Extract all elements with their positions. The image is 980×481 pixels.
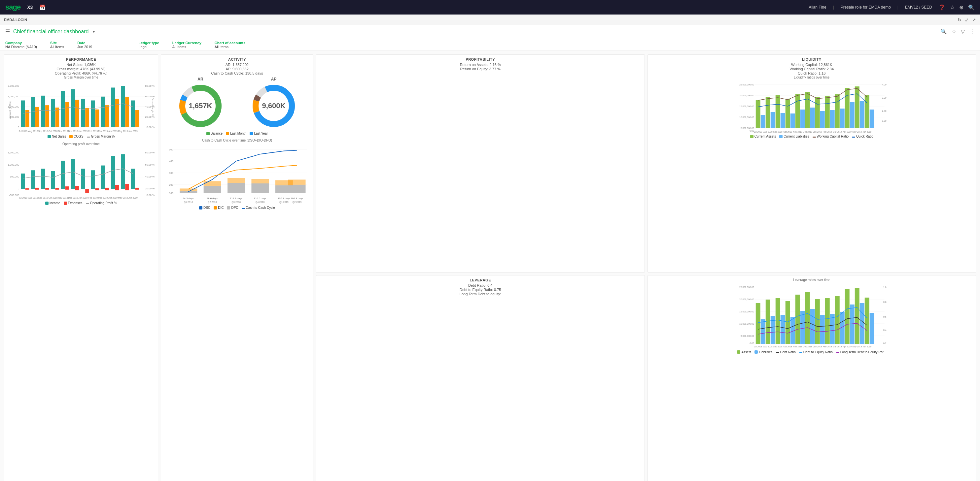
dash-more-icon[interactable]: ⋮ (969, 29, 975, 35)
filter-date[interactable]: Date Jun 2019 (77, 41, 92, 49)
gross-margin-chart: 2,000,000 1,500,000 1,000,000 500,000 0 … (7, 81, 155, 133)
sage-logo[interactable]: sage (5, 3, 21, 11)
svg-text:20,000,000.00: 20,000,000.00 (739, 298, 754, 300)
refresh-icon[interactable]: ↻ (958, 17, 961, 22)
profitability-title: PROFITABILITY (319, 57, 642, 61)
star-icon[interactable]: ☆ (950, 4, 955, 11)
hamburger-icon[interactable]: ☰ (5, 29, 10, 35)
search-icon[interactable]: 🔍 (968, 4, 975, 11)
performance-panel: PERFORMANCE Net Sales: 1,086K Gross marg… (4, 54, 158, 481)
donut-legend: Balance Last Month Last Year (164, 132, 310, 135)
top-nav-icons: ❓ ☆ ⊕ 🔍 (939, 4, 975, 11)
filter-chart-of-accounts[interactable]: Chart of accounts All Items (215, 41, 246, 49)
svg-text:80.00 %: 80.00 % (145, 84, 154, 87)
svg-rect-83 (75, 186, 79, 190)
ar-title: AR (177, 77, 224, 81)
ap-title: AP (251, 77, 297, 81)
svg-rect-166 (825, 96, 829, 128)
filter-ledger-type[interactable]: Ledger type Legal (138, 41, 159, 49)
second-bar: EMDA LOGIN ↻ ⤢ ↗ (0, 14, 980, 25)
svg-text:Apr
2019: Apr 2019 (108, 197, 118, 199)
svg-text:1,500,000: 1,500,000 (8, 151, 19, 154)
svg-text:Mar
2019: Mar 2019 (833, 131, 842, 133)
ar-donut: 1,657K (177, 83, 224, 129)
filter-ledger-currency[interactable]: Ledger Currency All Items (172, 41, 201, 49)
svg-rect-69 (51, 171, 55, 189)
svg-text:25,000,000.00: 25,000,000.00 (739, 84, 754, 86)
svg-rect-123 (251, 183, 269, 193)
svg-text:25,000,000.00: 25,000,000.00 (739, 286, 754, 288)
svg-text:400: 400 (169, 160, 173, 163)
svg-rect-178 (830, 110, 834, 128)
nav-icon2[interactable]: ⊕ (959, 4, 964, 11)
perf-operating-profit: Operating Profit: 486K (44.76 %) (7, 71, 155, 75)
svg-rect-19 (41, 96, 45, 127)
svg-text:Apr
2019: Apr 2019 (108, 130, 118, 133)
leverage-panel-stats: LEVERAGE Debt Ratio: 0.4 Debt to Equity … (316, 275, 645, 481)
svg-text:Aug
2018: Aug 2018 (28, 130, 38, 133)
dashboard-dropdown[interactable]: ▼ (92, 29, 96, 34)
external-icon[interactable]: ↗ (972, 17, 976, 22)
user-name[interactable]: Allan Fine (809, 5, 826, 10)
chart-of-accounts-value: All Items (215, 45, 246, 49)
ledger-currency-value: All Items (172, 45, 201, 49)
dash-search-icon[interactable]: 🔍 (940, 29, 947, 35)
svg-text:Jan
2019: Jan 2019 (78, 130, 88, 132)
lev-long-term: Long Term Debt to equity: (319, 292, 642, 296)
user-role[interactable]: Presale role for EMDA demo (841, 5, 891, 10)
svg-text:Dec
2018: Dec 2018 (803, 345, 812, 348)
dashboard-title[interactable]: Chief financial officer dashboard (13, 29, 89, 35)
gross-margin-legend: Net Sales COGS Gross Margin % (7, 135, 155, 138)
svg-rect-232 (850, 305, 854, 344)
svg-rect-159 (756, 100, 760, 128)
svg-text:Oct
2018: Oct 2018 (49, 130, 58, 132)
svg-text:112.9 days: 112.9 days (230, 197, 242, 200)
svg-text:Jan
2019: Jan 2019 (813, 131, 822, 133)
help-icon[interactable]: ❓ (939, 4, 945, 11)
svg-rect-76 (121, 154, 125, 189)
calendar-icon[interactable]: 📅 (39, 4, 46, 11)
svg-text:Q1 2019: Q1 2019 (279, 201, 289, 203)
svg-rect-169 (854, 86, 859, 128)
svg-text:Q3 2018: Q3 2018 (231, 201, 241, 203)
svg-text:40.00 %: 40.00 % (145, 175, 154, 178)
ap-donut: 9,600K (251, 83, 297, 129)
svg-rect-218 (825, 298, 829, 344)
svg-text:Sep
2018: Sep 2018 (773, 131, 782, 133)
filter-company[interactable]: Company NA Discrete (NA10) (5, 41, 37, 49)
site-label[interactable]: Site (50, 41, 64, 45)
svg-text:Amount ('000s): Amount ('000s) (9, 101, 11, 119)
company-label[interactable]: Company (5, 41, 37, 45)
ledger-type-label[interactable]: Ledger type (138, 41, 159, 45)
liq-working-capital: Working Capital: 12,861K (651, 63, 974, 67)
environment[interactable]: EMV12 / SEED (905, 5, 932, 10)
svg-text:0.00 %: 0.00 % (146, 126, 154, 129)
liq-quick-ratio: Quick Ratio: 1.16 (651, 71, 974, 75)
dash-filter-icon[interactable]: ▽ (961, 29, 965, 35)
svg-text:1,500,000: 1,500,000 (8, 95, 19, 98)
svg-text:Jul
2018: Jul 2018 (19, 197, 27, 199)
svg-rect-15 (21, 100, 25, 127)
expand-icon[interactable]: ⤢ (965, 17, 969, 22)
main-content: PERFORMANCE Net Sales: 1,086K Gross marg… (0, 51, 980, 481)
svg-rect-125 (288, 185, 305, 193)
dash-left: ☰ Chief financial officer dashboard ▼ (5, 29, 96, 35)
chart-of-accounts-label[interactable]: Chart of accounts (215, 41, 246, 45)
filter-site[interactable]: Site All Items (50, 41, 64, 49)
svg-rect-127 (204, 181, 221, 186)
ledger-type-value: Legal (138, 45, 159, 49)
dash-star-icon[interactable]: ☆ (951, 29, 956, 35)
svg-rect-216 (805, 292, 810, 344)
company-value: NA Discrete (NA10) (5, 45, 37, 49)
date-label[interactable]: Date (77, 41, 92, 45)
svg-text:0.00: 0.00 (749, 130, 754, 132)
svg-text:Apr
2019: Apr 2019 (843, 345, 851, 348)
prof-roe: Return on Equity: 3.77 % (319, 67, 642, 71)
svg-rect-38 (135, 110, 139, 127)
performance-title: PERFORMANCE (7, 57, 155, 61)
donut-row: AR 1,657K AP (164, 76, 310, 130)
svg-text:Mar
2019: Mar 2019 (98, 130, 108, 132)
svg-rect-162 (785, 98, 790, 128)
liquidity-chart: 25,000,000.00 20,000,000.00 15,000,000.0… (651, 81, 974, 133)
ledger-currency-label[interactable]: Ledger Currency (172, 41, 201, 45)
